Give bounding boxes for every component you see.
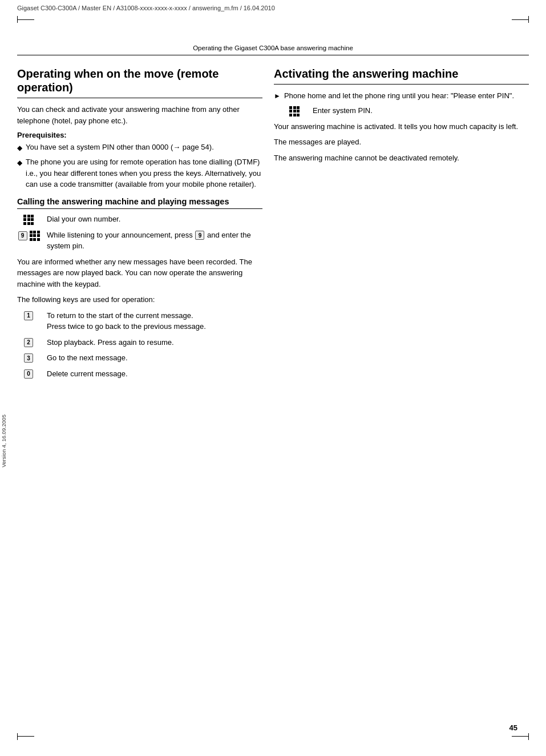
keypad-icon-2 [30,231,40,241]
right-step-1: ► Phone home and let the phone ring unti… [274,90,529,102]
right-step-1-text: Phone home and let the phone ring until … [284,90,514,102]
keypad-icon [23,215,34,225]
top-rule-left [17,19,34,20]
right-column: Activating the answering machine ► Phone… [274,67,529,384]
left-title-divider [17,98,262,98]
right-section-title: Activating the answering machine [274,67,529,81]
bullet-icon: ◆ [17,143,22,153]
key-op-0-text: Delete current message. [47,368,262,380]
instruction-icon-1 [17,214,40,225]
arrow-icon: ► [274,91,281,101]
key-op-1-text: To return to the start of the current me… [47,310,262,332]
key-op-3: 3 Go to the next message. [17,352,262,364]
corner-mark-bl [17,733,18,740]
page-header: Operating the Gigaset C300A base answeri… [17,37,529,55]
key-op-0: 0 Delete current message. [17,368,262,380]
key-3-icon: 3 [24,353,33,363]
list-item: ◆ The phone you are using for remote ope… [17,156,262,190]
key-2-icon: 2 [24,338,33,347]
top-rule-right [512,19,529,20]
version-text: Version 4, 16.09.2005 [1,415,7,467]
prerequisite-1-text: You have set a system PIN other than 000… [26,142,214,153]
file-path: Gigaset C300-C300A / Master EN / A31008-… [0,0,546,14]
instruction-text-1: Dial your own number. [47,214,262,225]
left-intro: You can check and activate your answerin… [17,104,262,126]
following-keys-label: The following keys are used for operatio… [17,294,262,305]
page-wrapper: Gigaset C300-C300A / Master EN / A31008-… [0,0,546,756]
bullet-icon: ◆ [17,158,22,168]
key-0-icon: 0 [24,369,33,379]
right-title-divider [274,84,529,85]
prerequisites-label: Prerequisites: [17,131,262,139]
key-op-3-text: Go to the next message. [47,352,262,364]
right-body-2: The messages are played. [274,136,529,148]
right-step-2: Enter system PIN. [283,105,529,116]
key-op-2-icon: 2 [17,337,40,347]
calling-section-title: Calling the answering machine and playin… [17,197,262,206]
corner-mark-br [528,733,529,740]
key-1-icon: 1 [24,311,33,320]
key-op-3-icon: 3 [17,352,40,363]
instruction-icon-2: 9 [17,230,40,241]
page-number: 45 [509,723,517,732]
instruction-row-1: Dial your own number. [17,214,262,225]
key-op-0-icon: 0 [17,368,40,379]
key-op-2: 2 Stop playback. Press again to resume. [17,337,262,348]
instruction-row-2: 9 While listening to your announcement, … [17,230,262,252]
key-op-2-text: Stop playback. Press again to resume. [47,337,262,348]
right-step-2-text: Enter system PIN. [313,105,529,116]
key-op-1-icon: 1 [17,310,40,320]
calling-divider [17,208,262,209]
right-body-3: The answering machine cannot be deactiva… [274,152,529,164]
right-step-2-icon [283,105,306,116]
key-op-1: 1 To return to the start of the current … [17,310,262,332]
bottom-rule-left [17,736,34,737]
bottom-rule-right [512,736,529,737]
key-9-icon: 9 [18,231,27,240]
key-9-inline: 9 [195,231,204,240]
left-section-title: Operating when on the move (remote opera… [17,67,262,94]
list-item: ◆ You have set a system PIN other than 0… [17,142,262,153]
main-content: Operating when on the move (remote opera… [17,55,529,384]
instruction-text-2: While listening to your announcement, pr… [47,230,262,252]
left-column: Operating when on the move (remote opera… [17,67,262,384]
prerequisite-2-text: The phone you are using for remote opera… [26,156,262,190]
right-body-1: Your answering machine is activated. It … [274,121,529,132]
prerequisites-list: ◆ You have set a system PIN other than 0… [17,142,262,190]
keypad-icon-right [289,106,300,116]
body-after-instructions: You are informed whether any new message… [17,256,262,290]
